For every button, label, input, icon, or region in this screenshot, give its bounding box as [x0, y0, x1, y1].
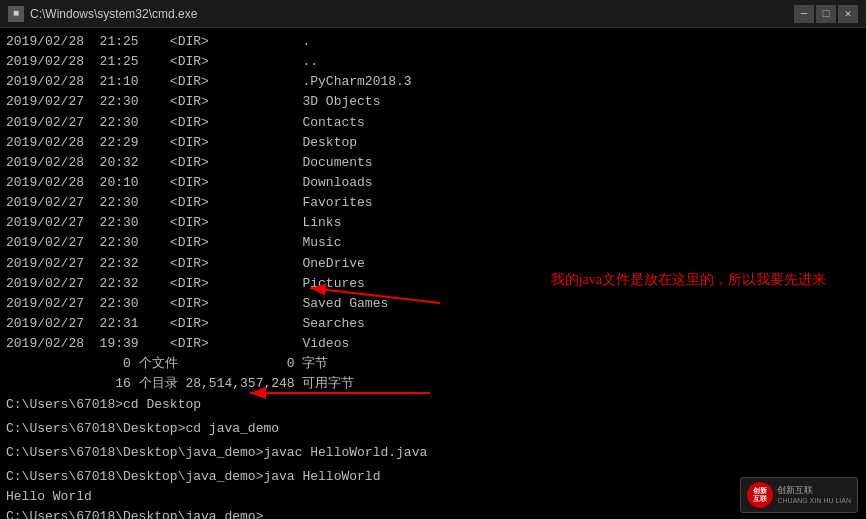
window-title: C:\Windows\system32\cmd.exe	[30, 7, 788, 21]
dir-entry: 2019/02/27 22:30 <DIR> Links	[6, 213, 860, 233]
annotation: 我的java文件是放在这里的，所以我要先进来	[551, 271, 826, 289]
watermark-logo: 创新互联	[747, 482, 773, 508]
dir-entry: 2019/02/27 22:31 <DIR> Searches	[6, 314, 860, 334]
dir-entry: 2019/02/27 22:30 <DIR> Music	[6, 233, 860, 253]
minimize-button[interactable]: ─	[794, 5, 814, 23]
dir-entry: 2019/02/28 21:25 <DIR> .	[6, 32, 860, 52]
dir-entry: 2019/02/27 22:30 <DIR> Favorites	[6, 193, 860, 213]
cmd-prompt-line: C:\Users\67018\Desktop\java_demo>java He…	[6, 467, 860, 487]
dir-entry: 2019/02/28 19:39 <DIR> Videos	[6, 334, 860, 354]
close-button[interactable]: ✕	[838, 5, 858, 23]
dir-entry: 2019/02/28 21:25 <DIR> ..	[6, 52, 860, 72]
dir-entry: 2019/02/27 22:30 <DIR> Contacts	[6, 113, 860, 133]
maximize-button[interactable]: □	[816, 5, 836, 23]
command-history: C:\Users\67018>cd DesktopC:\Users\67018\…	[6, 395, 860, 519]
dir-entry: 2019/02/28 22:29 <DIR> Desktop	[6, 133, 860, 153]
cmd-prompt-line: C:\Users\67018>cd Desktop	[6, 395, 860, 415]
cmd-output: Hello World	[6, 487, 860, 507]
cmd-window: 2019/02/28 21:25 <DIR> .2019/02/28 21:25…	[0, 28, 866, 519]
dir-listing: 2019/02/28 21:25 <DIR> .2019/02/28 21:25…	[6, 32, 860, 354]
dir-entry: 2019/02/28 20:32 <DIR> Documents	[6, 153, 860, 173]
summary-dirs: 16 个目录 28,514,357,248 可用字节	[6, 374, 860, 394]
summary-files: 0 个文件 0 字节	[6, 354, 860, 374]
summary-line: 0 个文件 0 字节 16 个目录 28,514,357,248 可用字节	[6, 354, 860, 394]
watermark: 创新互联 创新互联 CHUANG XIN HU LIAN	[740, 477, 858, 513]
watermark-line2: CHUANG XIN HU LIAN	[777, 496, 851, 506]
cmd-icon: ■	[8, 6, 24, 22]
cmd-prompt-line: C:\Users\67018\Desktop>cd java_demo	[6, 419, 860, 439]
dir-entry: 2019/02/27 22:30 <DIR> Saved Games	[6, 294, 860, 314]
dir-entry: 2019/02/28 21:10 <DIR> .PyCharm2018.3	[6, 72, 860, 92]
dir-entry: 2019/02/27 22:30 <DIR> 3D Objects	[6, 92, 860, 112]
title-bar: ■ C:\Windows\system32\cmd.exe ─ □ ✕	[0, 0, 866, 28]
watermark-line1: 创新互联	[777, 484, 851, 497]
dir-entry: 2019/02/28 20:10 <DIR> Downloads	[6, 173, 860, 193]
cmd-prompt-line: C:\Users\67018\Desktop\java_demo>javac H…	[6, 443, 860, 463]
cmd-prompt-line: C:\Users\67018\Desktop\java_demo>_	[6, 507, 860, 519]
